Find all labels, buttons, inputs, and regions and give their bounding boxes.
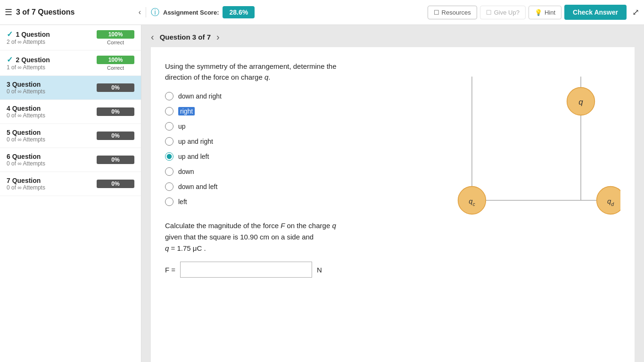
progress-bar-3: 0% [97,83,134,92]
sidebar-item-7[interactable]: 7 Question0 of ∞ Attempts0% [0,172,141,196]
force-input-row: F = N [165,262,620,278]
radio-label-opt7: down and left [178,183,217,190]
giveup-label: Give Up? [494,9,520,16]
physics-diagram: q qc qd [422,61,620,240]
force-input[interactable] [180,262,312,278]
calc-line3: given that the square is 10.90 cm on a s… [165,233,314,241]
sidebar-item-6[interactable]: 6 Question0 of ∞ Attempts0% [0,148,141,172]
question-charge-symbol: q [264,73,268,81]
sidebar-item-1[interactable]: ✓ 1 Question2 of ∞ Attempts100%Correct [0,25,141,50]
progress-bar-wrap-7: 0% [97,180,134,188]
header-center: ⓘ Assignment Score: 28.6% [151,6,423,18]
check-icon-2: ✓ [7,56,15,64]
question-text-line2: direction of the force on charge [165,73,263,81]
sidebar-item-attempts-3: 0 of ∞ Attempts [7,88,92,95]
progress-bar-wrap-4: 0% [97,107,134,116]
top-header: ☰ 3 of 7 Questions ‹ ⓘ Assignment Score:… [0,0,644,25]
giveup-button[interactable]: ☐ Give Up? [480,6,526,19]
radio-input-opt3[interactable] [165,122,173,131]
sidebar-item-attempts-7: 0 of ∞ Attempts [7,184,92,191]
progress-bar-6: 0% [97,156,134,164]
sidebar-item-name-6: 6 Question [7,153,92,160]
sidebar: ✓ 1 Question2 of ∞ Attempts100%Correct✓ … [0,25,141,362]
radio-input-opt7[interactable] [165,182,173,191]
question-nav-title: Question 3 of 7 [160,33,211,41]
progress-bar-7: 0% [97,180,134,188]
progress-bar-2: 100% [97,56,134,64]
main-layout: ✓ 1 Question2 of ∞ Attempts100%Correct✓ … [0,25,644,362]
assignment-score-label: Assignment Score: [163,9,219,16]
radio-input-opt6[interactable] [165,167,173,176]
sidebar-item-attempts-2: 1 of ∞ Attempts [7,64,92,71]
sidebar-item-attempts-6: 0 of ∞ Attempts [7,160,92,167]
progress-label-1: Correct [107,40,124,45]
progress-bar-wrap-5: 0% [97,132,134,140]
sidebar-item-attempts-5: 0 of ∞ Attempts [7,136,92,143]
calc-formula: q = 1.75 μC . [165,244,206,252]
header-left: ☰ 3 of 7 Questions ‹ [5,7,146,17]
progress-label-2: Correct [107,65,124,71]
check-answer-label: Check Answer [573,8,618,16]
prev-question-button[interactable]: ‹ [151,32,154,42]
question-text-line1: Using the symmetry of the arrangement, d… [165,62,337,70]
sidebar-item-name-5: 5 Question [7,129,92,136]
calc-line1: Calculate the magnitude of the force F o… [165,222,336,230]
progress-bar-wrap-3: 0% [97,83,134,92]
content-area: ‹ Question 3 of 7 › Using the symmetry o… [141,25,644,362]
sidebar-item-name-4: 4 Question [7,105,92,112]
giveup-icon: ☐ [486,9,492,16]
radio-label-opt8: left [178,198,187,206]
radio-input-opt5[interactable] [165,152,173,161]
sidebar-item-name-2: ✓ 2 Question [7,55,92,64]
progress-bar-wrap-2: 100%Correct [97,56,134,71]
sidebar-item-attempts-1: 2 of ∞ Attempts [7,39,92,45]
collapse-sidebar-button[interactable]: ‹ [139,8,141,16]
resources-button[interactable]: ☐ Resources [428,6,477,19]
progress-bar-wrap-1: 100%Correct [97,30,134,45]
info-icon: ⓘ [151,7,159,18]
hint-label: Hint [545,9,555,16]
question-nav: ‹ Question 3 of 7 › [141,25,644,47]
hint-icon: 💡 [535,9,542,16]
sidebar-item-name-7: 7 Question [7,177,92,184]
progress-bar-4: 0% [97,107,134,116]
question-panel: Using the symmetry of the arrangement, d… [151,47,635,362]
expand-icon[interactable]: ⤢ [632,7,639,17]
score-badge: 28.6% [223,6,255,18]
header-actions: ☐ Resources ☐ Give Up? 💡 Hint Check Answ… [428,5,639,20]
sidebar-item-3[interactable]: 3 Question0 of ∞ Attempts0% [0,76,141,100]
check-icon-1: ✓ [7,30,15,38]
questions-title: 3 of 7 Questions [16,8,74,16]
sidebar-item-4[interactable]: 4 Question0 of ∞ Attempts0% [0,100,141,124]
radio-label-opt4: up and right [178,138,213,145]
check-answer-button[interactable]: Check Answer [564,5,627,20]
radio-input-opt2[interactable] [165,107,173,115]
hint-button[interactable]: 💡 Hint [528,6,561,19]
radio-input-opt8[interactable] [165,197,173,206]
force-unit: N [317,266,322,274]
force-label: F = [165,266,175,274]
svg-text:q: q [578,98,583,107]
progress-bar-wrap-6: 0% [97,156,134,164]
radio-label-opt3: up [178,123,186,130]
radio-label-opt1: down and right [178,92,222,100]
sidebar-item-name-1: ✓ 1 Question [7,30,92,39]
radio-label-opt6: down [178,168,194,175]
radio-label-opt2: right [178,107,195,115]
progress-bar-5: 0% [97,132,134,140]
resources-icon: ☐ [434,9,439,16]
sidebar-item-5[interactable]: 5 Question0 of ∞ Attempts0% [0,124,141,148]
sidebar-item-2[interactable]: ✓ 2 Question1 of ∞ Attempts100%Correct [0,50,141,76]
resources-label: Resources [442,9,471,16]
next-question-button[interactable]: › [216,32,220,42]
sidebar-item-name-3: 3 Question [7,81,92,88]
progress-bar-1: 100% [97,30,134,39]
diagram-area: q qc qd [422,61,620,240]
radio-label-opt5: up and left [178,153,209,160]
sidebar-item-attempts-4: 0 of ∞ Attempts [7,112,92,119]
radio-input-opt4[interactable] [165,137,173,146]
hamburger-icon[interactable]: ☰ [5,7,12,17]
radio-input-opt1[interactable] [165,92,173,100]
